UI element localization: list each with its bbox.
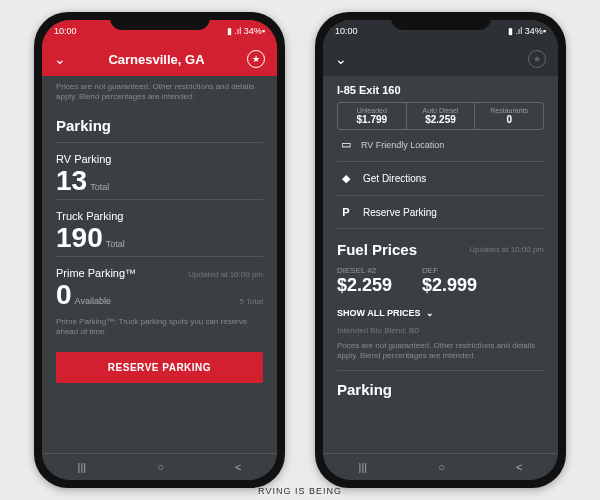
divider [56,142,263,143]
rv-icon: ▭ [337,138,355,151]
screen-left: 10:00 ▮ .ıl 34%▪ ⌄ Carnesville, GA ★ Pri… [42,20,277,480]
prime-parking-label: Prime Parking™ [56,259,136,279]
favorite-icon[interactable]: ★ [528,50,546,68]
tab-diesel[interactable]: Auto Diesel$2.259 [407,103,476,129]
divider [56,256,263,257]
screen-right: 10:00 ▮ .ıl 34%▪ ⌄ ★ I-85 Exit 160 Unlea… [323,20,558,480]
exit-label: I-85 Exit 160 [337,76,544,102]
status-battery: ▮ .ıl 34%▪ [227,26,265,36]
status-battery: ▮ .ıl 34%▪ [508,26,546,36]
blend-label: Intended Bio Blend: B0 [337,326,544,335]
reserve-parking-link[interactable]: P Reserve Parking [337,198,544,226]
back-icon[interactable]: ⌄ [54,51,66,67]
truck-parking-label: Truck Parking [56,202,263,222]
prime-count: 0 [56,279,72,311]
fuel-tabs: Unleaded$1.799 Auto Diesel$2.259 Restaur… [337,102,544,130]
notch [110,12,210,30]
get-directions-link[interactable]: ◆ Get Directions [337,164,544,193]
back-nav-icon[interactable]: < [516,461,522,473]
recent-apps-icon[interactable]: ||| [78,461,87,473]
android-navbar: ||| ○ < [323,453,558,480]
price-row: DIESEL #2$2.259 DEF$2.999 [337,262,544,300]
reserve-parking-button[interactable]: RESERVE PARKING [56,352,263,383]
back-icon[interactable]: ⌄ [335,51,347,67]
fuel-updated: Updated at 10:00 pm [469,245,544,254]
divider [337,161,544,162]
tab-restaurants[interactable]: Restaurants0 [475,103,543,129]
home-icon[interactable]: ○ [157,461,164,473]
header: ⌄ Carnesville, GA ★ [42,42,277,76]
tab-unleaded[interactable]: Unleaded$1.799 [338,103,407,129]
truck-count: 190 [56,222,103,254]
def-price: $2.999 [422,275,477,296]
divider [337,370,544,371]
rv-friendly-row: ▭ RV Friendly Location [337,130,544,159]
divider [337,228,544,229]
header: ⌄ ★ [323,42,558,76]
diesel-price: $2.259 [337,275,392,296]
fuel-prices-title: Fuel Prices [337,237,417,262]
rv-friendly-label: RV Friendly Location [361,140,444,150]
content: Prices are not guaranteed. Other restric… [42,76,277,453]
recent-apps-icon[interactable]: ||| [359,461,368,473]
parking-title: Parking [56,109,263,140]
disclaimer-text: Prices are not guaranteed. Other restric… [337,335,544,368]
prime-description: Prime Parking™: Truck parking spots you … [56,311,263,344]
rv-count: 13 [56,165,87,197]
phone-left: 10:00 ▮ .ıl 34%▪ ⌄ Carnesville, GA ★ Pri… [34,12,285,488]
disclaimer-text: Prices are not guaranteed. Other restric… [56,76,263,109]
image-caption: RVING IS BEING [258,486,342,496]
rv-parking-label: RV Parking [56,145,263,165]
status-time: 10:00 [335,26,358,36]
content: I-85 Exit 160 Unleaded$1.799 Auto Diesel… [323,76,558,453]
divider [56,199,263,200]
favorite-icon[interactable]: ★ [247,50,265,68]
parking-title: Parking [337,373,544,404]
prime-updated: Updated at 10:00 pm [188,270,263,279]
status-time: 10:00 [54,26,77,36]
prime-total: 5 Total [240,297,263,306]
truck-total-label: Total [106,239,125,249]
prime-available-label: Available [75,296,111,306]
show-all-prices-button[interactable]: SHOW ALL PRICES ⌄ [337,300,544,326]
directions-icon: ◆ [337,172,355,185]
header-title: Carnesville, GA [108,52,204,67]
phone-right: 10:00 ▮ .ıl 34%▪ ⌄ ★ I-85 Exit 160 Unlea… [315,12,566,488]
android-navbar: ||| ○ < [42,453,277,480]
notch [391,12,491,30]
parking-icon: P [337,206,355,218]
def-label: DEF [422,266,477,275]
diesel-label: DIESEL #2 [337,266,392,275]
divider [337,195,544,196]
rv-total-label: Total [90,182,109,192]
home-icon[interactable]: ○ [438,461,445,473]
back-nav-icon[interactable]: < [235,461,241,473]
